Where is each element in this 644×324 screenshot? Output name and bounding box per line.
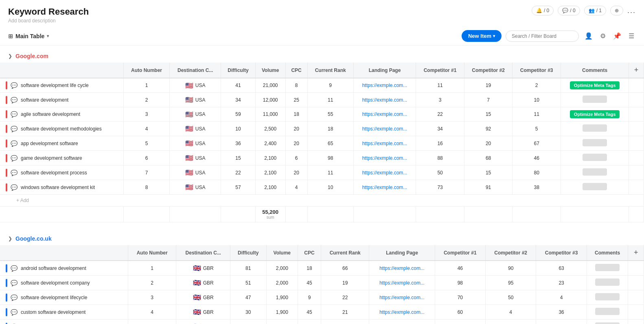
keyword-text: windows software development kit bbox=[21, 185, 95, 190]
landing-page-cell[interactable]: https://exmple.com... bbox=[369, 290, 435, 305]
col-header-4: Volume bbox=[255, 63, 285, 78]
new-item-button[interactable]: New Item ▾ bbox=[462, 30, 502, 42]
empty-comments bbox=[595, 322, 620, 324]
bell-action[interactable]: 🔔 / 0 bbox=[532, 6, 554, 15]
group-collapse-icon[interactable]: ❯ bbox=[8, 236, 12, 241]
add-item-label[interactable]: + Add bbox=[0, 195, 644, 207]
comment-icon[interactable]: 💬 bbox=[11, 126, 18, 132]
landing-page-link[interactable]: https://exmple.com... bbox=[379, 280, 425, 286]
add-row[interactable]: + Add bbox=[0, 195, 644, 207]
landing-page-cell[interactable]: https://exmple.com... bbox=[353, 165, 416, 180]
col-header-5: CPC bbox=[298, 245, 321, 261]
pin-icon[interactable]: 📌 bbox=[611, 30, 623, 41]
group-bar bbox=[6, 139, 7, 148]
landing-page-cell[interactable]: https://exmple.com... bbox=[353, 122, 416, 136]
empty-comments bbox=[595, 278, 620, 286]
comment-icon[interactable]: 💬 bbox=[11, 170, 18, 176]
empty-comments bbox=[595, 293, 620, 300]
keyword-text: software development process bbox=[21, 170, 87, 176]
table-name-selector[interactable]: ⊞ Main Table ▾ bbox=[8, 33, 49, 39]
difficulty-cell: 47 bbox=[230, 290, 267, 305]
landing-page-link[interactable]: https://exmple.com... bbox=[362, 111, 407, 117]
country-label: USA bbox=[195, 185, 206, 190]
group-bar bbox=[6, 169, 7, 177]
optimize-meta-tags-button[interactable]: Optimize Meta Tags bbox=[570, 81, 620, 89]
comment-icon[interactable]: 💬 bbox=[11, 265, 18, 272]
current-rank-cell: 98 bbox=[307, 151, 353, 165]
cpc-cell: 18 bbox=[285, 107, 307, 122]
landing-page-link[interactable]: https://exmple.com... bbox=[379, 265, 425, 271]
country-label: USA bbox=[195, 170, 206, 176]
comment-icon[interactable]: 💬 bbox=[11, 82, 18, 89]
landing-page-cell[interactable]: https://exmple.com... bbox=[353, 136, 416, 151]
comment-icon[interactable]: 💬 bbox=[11, 155, 18, 161]
landing-page-cell[interactable]: https://exmple.com... bbox=[353, 107, 416, 122]
landing-page-link[interactable]: https://exmple.com... bbox=[362, 170, 407, 176]
filter-icon[interactable]: ☰ bbox=[627, 30, 636, 41]
keyword-text: agile software development bbox=[21, 111, 80, 117]
comments-cell[interactable]: Optimize Meta Tags bbox=[561, 107, 629, 122]
settings-icon[interactable]: ⚙ bbox=[598, 30, 607, 41]
competitor1-cell: 34 bbox=[416, 122, 464, 136]
auto-number-cell: 4 bbox=[128, 305, 176, 320]
cpc-cell: 18 bbox=[298, 320, 321, 324]
landing-page-link[interactable]: https://exmple.com... bbox=[362, 185, 407, 190]
search-input[interactable] bbox=[506, 30, 579, 42]
landing-page-cell[interactable]: https://exmple.com... bbox=[353, 151, 416, 165]
cpc-cell: 6 bbox=[285, 151, 307, 165]
landing-page-cell[interactable]: https://exmple.com... bbox=[353, 78, 416, 93]
cpc-cell: 20 bbox=[285, 122, 307, 136]
group-title: Google.co.uk bbox=[15, 235, 52, 242]
landing-page-cell[interactable]: https://exmple.com... bbox=[353, 93, 416, 107]
landing-page-link[interactable]: https://exmple.com... bbox=[379, 295, 425, 300]
current-rank-cell: 22 bbox=[321, 290, 369, 305]
optimize-meta-tags-button[interactable]: Optimize Meta Tags bbox=[570, 110, 620, 118]
group-collapse-icon[interactable]: ❯ bbox=[8, 53, 12, 59]
auto-number-cell: 1 bbox=[128, 261, 176, 276]
table-row: 💬 software development methodologies 4🇺🇸… bbox=[0, 122, 644, 136]
add-column-button[interactable]: + bbox=[634, 66, 639, 74]
comment-icon[interactable]: 💬 bbox=[11, 97, 18, 103]
comments-cell bbox=[561, 165, 629, 180]
add-column-button[interactable]: + bbox=[634, 248, 638, 257]
chat-action[interactable]: 💬 / 0 bbox=[558, 6, 580, 15]
more-button[interactable]: ... bbox=[627, 7, 636, 15]
landing-page-cell[interactable]: https://exmple.com... bbox=[369, 261, 435, 276]
landing-page-link[interactable]: https://exmple.com... bbox=[362, 97, 407, 103]
comment-icon[interactable]: 💬 bbox=[11, 294, 18, 301]
current-rank-cell: 18 bbox=[307, 122, 353, 136]
destination-country-cell: 🇬🇧GBR bbox=[176, 320, 230, 324]
comment-icon[interactable]: 💬 bbox=[11, 140, 18, 147]
landing-page-link[interactable]: https://exmple.com... bbox=[362, 141, 407, 146]
extra-cell bbox=[628, 320, 644, 324]
comment-icon[interactable]: 💬 bbox=[11, 111, 18, 117]
cpc-cell: 9 bbox=[298, 290, 321, 305]
landing-page-cell[interactable]: https://exmple.com... bbox=[369, 305, 435, 320]
empty-comments bbox=[583, 124, 607, 132]
person-icon[interactable]: 👤 bbox=[583, 30, 594, 41]
comments-cell[interactable]: Optimize Meta Tags bbox=[561, 78, 629, 93]
group-bar bbox=[6, 125, 7, 133]
keyword-text: app development software bbox=[21, 141, 78, 146]
comment-icon[interactable]: 💬 bbox=[11, 184, 18, 191]
landing-page-cell[interactable]: https://exmple.com... bbox=[353, 180, 416, 195]
landing-page-link[interactable]: https://exmple.com... bbox=[362, 126, 407, 132]
flag-icon: 🇺🇸 bbox=[185, 154, 193, 162]
board-description[interactable]: Add board description bbox=[8, 18, 636, 24]
comment-icon[interactable]: 💬 bbox=[11, 280, 18, 286]
col-header-9: Competitor #2 bbox=[486, 245, 536, 261]
country-label: USA bbox=[195, 83, 206, 88]
col-header-5: CPC bbox=[285, 63, 307, 78]
users-count: / 1 bbox=[596, 8, 602, 13]
landing-page-link[interactable]: https://exmple.com... bbox=[362, 155, 407, 161]
landing-page-cell[interactable]: https://exmple.com... bbox=[369, 276, 435, 290]
competitor2-cell: 68 bbox=[464, 151, 513, 165]
users-action[interactable]: 👥 / 1 bbox=[584, 6, 606, 15]
landing-page-link[interactable]: https://exmple.com... bbox=[379, 309, 425, 315]
table-icon: ⊞ bbox=[8, 33, 13, 39]
comment-icon[interactable]: 💬 bbox=[11, 309, 18, 315]
landing-page-link[interactable]: https://exmple.com... bbox=[362, 83, 407, 88]
landing-page-cell[interactable]: https://exmple.com... bbox=[369, 320, 435, 324]
invite-action[interactable]: ⊕ bbox=[610, 6, 623, 15]
table-row: 💬 agile software development 3🇺🇸USA5911,… bbox=[0, 107, 644, 122]
